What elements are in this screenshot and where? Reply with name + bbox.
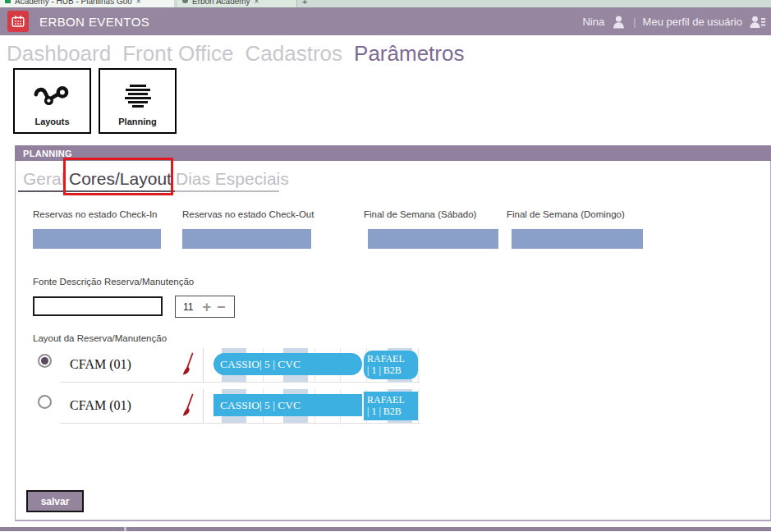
color-swatch-checkin[interactable] xyxy=(33,229,161,249)
user-icon[interactable] xyxy=(611,14,626,30)
tab-dias-especiais[interactable]: Dias Especiais xyxy=(176,169,289,189)
chip-line: | 1 | B2B xyxy=(367,406,402,417)
tab-close-icon[interactable]: × xyxy=(255,0,259,6)
chip-line: RAFAEL xyxy=(367,353,405,365)
row-underline xyxy=(60,423,420,424)
app-header: ERBON EVENTOS Nina | Meu perfil de usuár… xyxy=(0,7,771,35)
nav-dashboard[interactable]: Dashboard xyxy=(7,41,111,66)
chip-line: RAFAEL xyxy=(367,394,405,406)
font-size-stepper: 11 + − xyxy=(175,296,235,318)
browser-tab-bar: Academy - HUB - Planilhas Goo × Erbon Ac… xyxy=(0,0,771,7)
tab-close-icon[interactable]: × xyxy=(136,0,141,6)
color-swatch-sabado[interactable] xyxy=(368,229,498,249)
stacked-bars-icon xyxy=(100,78,175,114)
chip-line: | 1 | B2B xyxy=(367,365,402,376)
field-label-checkin: Reservas no estado Check-In xyxy=(33,209,158,219)
planning-tile-button[interactable]: Planning xyxy=(99,68,177,134)
layout-field-label: Layout da Reserva/Manutenção xyxy=(33,333,167,343)
row-divider xyxy=(203,389,204,424)
annotation-rectangle xyxy=(63,158,173,195)
new-tab-button[interactable]: + xyxy=(302,0,307,7)
paintbrush-icon[interactable] xyxy=(181,392,196,419)
field-label-domingo: Final de Semana (Domingo) xyxy=(507,209,625,219)
screen: Academy - HUB - Planilhas Goo × Erbon Ac… xyxy=(0,0,771,532)
tab-divider xyxy=(296,0,297,7)
bottom-edge-divider xyxy=(124,527,126,531)
steam-logo-icon xyxy=(15,78,89,114)
row-underline xyxy=(60,382,420,383)
bottom-window-edge xyxy=(0,527,771,531)
save-button[interactable]: salvar xyxy=(26,490,84,512)
google-sheets-icon xyxy=(5,0,11,3)
layout-option-name: CFAM (01) xyxy=(70,357,131,372)
reservation-chip: CASSIO| 5 | CVC xyxy=(213,394,362,416)
main-nav: Dashboard Front Office Cadastros Parâmet… xyxy=(7,41,464,66)
color-swatch-domingo[interactable] xyxy=(512,229,643,249)
browser-tab-active[interactable]: Academy - HUB - Planilhas Goo × xyxy=(0,0,174,7)
app-title: ERBON EVENTOS xyxy=(39,15,149,29)
nav-cadastros[interactable]: Cadastros xyxy=(246,41,343,66)
field-label-checkout: Reservas no estado Check-Out xyxy=(182,209,314,219)
tile-label: Planning xyxy=(100,117,175,126)
user-name[interactable]: Nina xyxy=(582,16,604,28)
reservation-chip-partial: RAFAEL | 1 | B2B xyxy=(364,351,418,379)
browser-tab-erbon[interactable]: Erbon Academy × xyxy=(177,0,297,7)
browser-tab-title: Erbon Academy xyxy=(192,0,250,6)
font-size-value: 11 xyxy=(183,301,193,313)
reservation-chip-partial: RAFAEL | 1 | B2B xyxy=(364,392,418,420)
layout-preview-square: CASSIO| 5 | CVC RAFAEL | 1 | B2B xyxy=(212,389,420,424)
header-divider: | xyxy=(633,16,636,28)
nav-parametros[interactable]: Parâmetros xyxy=(354,41,464,66)
user-profile-icon[interactable] xyxy=(749,14,766,30)
layout-option-name: CFAM (01) xyxy=(70,398,131,413)
reservation-chip: CASSIO| 5 | CVC xyxy=(213,353,362,375)
tile-label: Layouts xyxy=(15,117,89,126)
increase-font-button[interactable]: + xyxy=(202,300,211,314)
decrease-font-button[interactable]: − xyxy=(217,300,226,314)
profile-link[interactable]: Meu perfil de usuário xyxy=(643,16,742,28)
row-divider xyxy=(203,348,204,383)
layouts-tile-button[interactable]: Layouts xyxy=(13,68,91,134)
site-favicon xyxy=(182,0,188,3)
font-name-input[interactable] xyxy=(33,296,163,316)
nav-front-office[interactable]: Front Office xyxy=(122,41,233,66)
erbon-calendar-icon xyxy=(7,11,29,32)
paintbrush-icon[interactable] xyxy=(181,351,196,378)
font-field-label: Fonte Descrição Reserva/Manutenção xyxy=(33,277,194,287)
tab-underline xyxy=(175,190,279,192)
layout-preview-rounded: CASSIO| 5 | CVC RAFAEL | 1 | B2B xyxy=(212,348,420,383)
browser-tab-title: Academy - HUB - Planilhas Goo xyxy=(15,0,132,6)
tab-geral[interactable]: Geral xyxy=(23,169,65,189)
layout-option-radio-1[interactable] xyxy=(38,354,52,368)
layout-option-radio-2[interactable] xyxy=(38,395,52,409)
panel-title: PLANNING xyxy=(23,149,72,158)
color-swatch-checkout[interactable] xyxy=(182,229,311,249)
field-label-sabado: Final de Semana (Sábado) xyxy=(364,209,476,219)
